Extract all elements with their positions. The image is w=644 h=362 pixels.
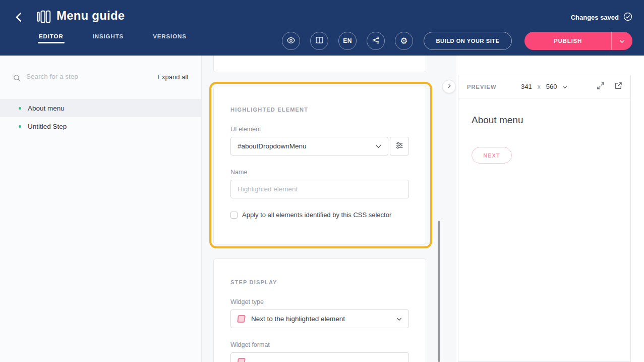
settings-button[interactable]: ⚙ xyxy=(395,32,413,50)
step-display-card: STEP DISPLAY Widget type Next to the hig… xyxy=(213,258,426,362)
changes-saved-status: Changes saved xyxy=(571,12,633,23)
language-button[interactable]: EN xyxy=(338,32,357,50)
selector-settings-button[interactable] xyxy=(390,137,409,156)
preview-eye-button[interactable] xyxy=(282,32,300,50)
open-external-button[interactable] xyxy=(614,81,623,92)
back-button[interactable] xyxy=(11,10,27,26)
widget-tooltip-icon xyxy=(237,315,246,323)
share-button[interactable] xyxy=(367,32,385,50)
preview-height: 560 xyxy=(546,83,557,90)
search-icon xyxy=(13,74,21,84)
section-title: STEP DISPLAY xyxy=(230,279,409,285)
section-title: HIGHLIGHTED ELEMENT xyxy=(230,107,409,113)
check-circle-icon xyxy=(623,12,633,23)
step-label: About menu xyxy=(28,105,65,112)
widget-type-value: Next to the highlighted element xyxy=(251,315,345,323)
layout-panel-icon xyxy=(315,36,324,46)
previous-card-partial xyxy=(213,56,426,72)
preview-actions xyxy=(596,81,623,92)
tab-editor[interactable]: EDITOR xyxy=(38,33,65,47)
step-item-about-menu[interactable]: About menu xyxy=(0,99,201,117)
tab-insights[interactable]: INSIGHTS xyxy=(92,33,125,47)
steps-sidebar: Expand all About menu Untitled Step xyxy=(0,56,202,362)
sliders-icon xyxy=(395,141,404,151)
back-chevron-icon xyxy=(13,11,26,25)
dimension-separator: x xyxy=(538,83,541,90)
tab-versions[interactable]: VERSIONS xyxy=(152,33,188,47)
highlighted-element-card: HIGHLIGHTED ELEMENT UI element #aboutDro… xyxy=(213,86,426,244)
widget-type-select[interactable]: Next to the highlighted element xyxy=(230,309,409,328)
step-status-dot xyxy=(19,125,21,128)
changes-saved-label: Changes saved xyxy=(571,14,619,21)
header-tabs: EDITOR INSIGHTS VERSIONS xyxy=(38,33,188,47)
expand-preview-button[interactable] xyxy=(596,81,605,92)
ui-element-row: #aboutDropdownMenu xyxy=(230,137,409,156)
build-on-your-site-button[interactable]: BUILD ON YOUR SITE xyxy=(424,32,512,50)
collapse-preview-button[interactable] xyxy=(442,80,456,93)
preview-dimensions-select[interactable]: 341 x 560 xyxy=(521,83,567,90)
element-name-input[interactable] xyxy=(230,180,409,198)
expand-icon xyxy=(596,81,605,92)
publish-button[interactable]: PUBLISH xyxy=(524,32,611,50)
share-icon xyxy=(372,36,380,46)
search-input[interactable] xyxy=(26,73,132,80)
preview-body: About menu NEXT xyxy=(458,98,630,180)
expand-all-link[interactable]: Expand all xyxy=(157,73,188,81)
gear-icon: ⚙ xyxy=(400,37,408,45)
widget-type-label: Widget type xyxy=(230,298,409,305)
apply-all-row: Apply to all elements identified by this… xyxy=(230,211,409,219)
eye-icon xyxy=(286,36,296,46)
ui-element-value: #aboutDropdownMenu xyxy=(238,142,307,150)
step-label: Untitled Step xyxy=(28,123,67,130)
layout-panel-button[interactable] xyxy=(310,32,328,50)
preview-next-button[interactable]: NEXT xyxy=(472,147,512,164)
ui-element-select[interactable]: #aboutDropdownMenu xyxy=(230,137,388,156)
publish-split-button: PUBLISH xyxy=(524,32,632,50)
widget-format-icon xyxy=(237,358,246,362)
page-title: Menu guide xyxy=(56,9,125,23)
external-link-icon xyxy=(614,81,623,92)
vertical-scrollbar[interactable] xyxy=(438,221,440,362)
preview-panel: PREVIEW 341 x 560 xyxy=(458,75,631,362)
name-label: Name xyxy=(230,169,409,176)
step-search-row: Expand all xyxy=(0,56,201,99)
header-icon-buttons: EN ⚙ xyxy=(282,32,413,50)
preview-title: PREVIEW xyxy=(467,84,496,90)
top-bar: Menu guide Changes saved EDITOR INSIGHTS… xyxy=(0,0,644,56)
widget-format-select[interactable] xyxy=(230,352,409,362)
app: Menu guide Changes saved EDITOR INSIGHTS… xyxy=(0,0,644,362)
preview-width: 341 xyxy=(521,83,532,90)
chevron-down-icon xyxy=(376,142,381,150)
preview-header: PREVIEW 341 x 560 xyxy=(458,75,630,98)
chevron-down-icon xyxy=(562,83,567,90)
apply-all-label: Apply to all elements identified by this… xyxy=(242,211,391,219)
chevron-down-icon xyxy=(396,315,402,323)
app-logo-icon xyxy=(35,9,51,25)
apply-all-checkbox[interactable] xyxy=(230,212,238,219)
editor-settings-column: HIGHLIGHTED ELEMENT UI element #aboutDro… xyxy=(202,56,456,362)
step-status-dot xyxy=(19,107,21,110)
ui-element-label: UI element xyxy=(230,126,409,133)
step-item-untitled-step[interactable]: Untitled Step xyxy=(0,117,201,135)
widget-format-label: Widget format xyxy=(230,341,409,348)
chevron-right-icon xyxy=(446,83,452,90)
preview-step-title: About menu xyxy=(472,115,617,126)
chevron-down-icon xyxy=(619,37,625,45)
step-list: About menu Untitled Step xyxy=(0,99,201,135)
publish-dropdown-button[interactable] xyxy=(611,32,632,50)
